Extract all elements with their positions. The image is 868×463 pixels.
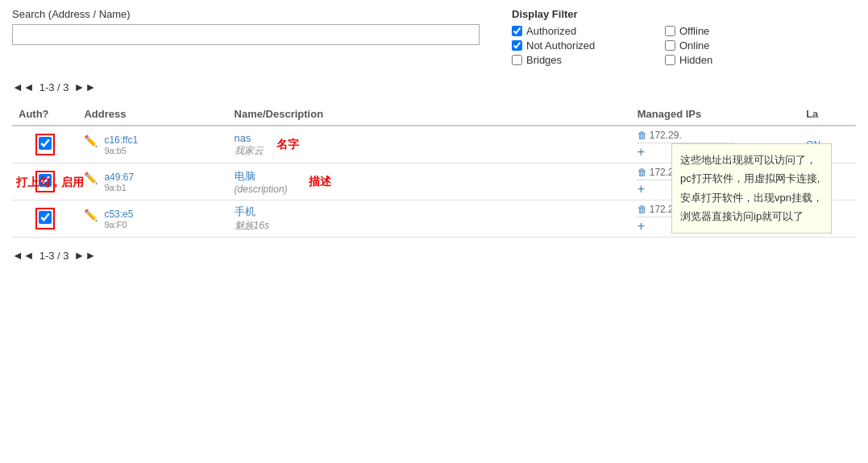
address-top-3: c53:e5: [104, 209, 133, 220]
address-top-1: c16:ffc1: [104, 134, 138, 146]
auth-checkbox-2[interactable]: [39, 174, 52, 187]
address-top-2: a49:67: [104, 172, 134, 183]
last-seen-1: ON: [806, 139, 820, 151]
col-header-auth: Auth?: [12, 103, 77, 126]
table-row: ✏️ c53:e5 9a:F0 手机 魅族16s: [12, 200, 856, 238]
filter-online-label: Online: [679, 39, 710, 52]
pagination-bottom: ◄◄ 1-3 / 3 ►►: [12, 249, 856, 262]
edit-icon-3[interactable]: ✏️: [84, 209, 98, 221]
filter-not-authorized-label: Not Authorized: [526, 39, 595, 52]
filter-bridges[interactable]: Bridges: [512, 54, 649, 66]
filter-offline-checkbox[interactable]: [665, 26, 675, 36]
annotation-desc-label: 描述: [309, 175, 331, 189]
name-desc-3: 魅族16s: [235, 219, 625, 233]
managed-ip-3: 🗑 172.29.: [638, 204, 793, 215]
name-desc-1: 我家云: [235, 144, 264, 158]
trash-icon-1[interactable]: 🗑: [638, 130, 647, 141]
filter-hidden[interactable]: Hidden: [665, 54, 802, 66]
address-bot-2: 9a:b1: [104, 183, 134, 192]
main-table-wrapper: Auth? Address Name/Description Managed I…: [12, 103, 856, 238]
name-main-3: 手机: [235, 205, 625, 219]
prev-first-button-bottom[interactable]: ◄◄: [12, 249, 35, 262]
filter-bridges-label: Bridges: [526, 54, 562, 66]
name-main-1: nas: [235, 132, 264, 144]
filter-authorized-label: Authorized: [526, 25, 576, 37]
col-header-managed-ips: Managed IPs: [631, 103, 799, 126]
filter-offline-label: Offline: [679, 25, 709, 37]
managed-plus-2[interactable]: +: [638, 182, 793, 196]
filter-authorized-checkbox[interactable]: [512, 26, 522, 36]
next-last-button[interactable]: ►►: [74, 81, 97, 93]
edit-icon-1[interactable]: ✏️: [84, 134, 98, 147]
pagination-range-bottom: 1-3 / 3: [39, 250, 69, 262]
annotation-name-label: 名字: [276, 138, 299, 152]
filter-hidden-checkbox[interactable]: [665, 55, 675, 65]
managed-ip-1: 🗑 172.29.: [638, 130, 793, 141]
last-seen-2: ON: [806, 176, 820, 188]
managed-plus-3[interactable]: +: [638, 219, 793, 234]
last-seen-3: 1H: [806, 213, 818, 225]
col-header-last: La: [799, 103, 856, 126]
managed-plus-1[interactable]: +: [638, 145, 793, 159]
filter-hidden-label: Hidden: [679, 54, 712, 66]
table-row: ✏️ a49:67 9a:b1 电脑 (description): [12, 163, 856, 200]
name-main-2: 电脑: [235, 169, 288, 184]
filter-bridges-checkbox[interactable]: [512, 55, 522, 65]
trash-icon-3[interactable]: 🗑: [638, 204, 647, 215]
address-bot-1: 9a:b5: [104, 146, 138, 155]
name-desc-2: (description): [235, 184, 288, 195]
table-row: ✏️ c16:ffc1 9a:b5 nas 我家云: [12, 126, 856, 163]
address-bot-3: 9a:F0: [104, 220, 133, 229]
edit-icon-2[interactable]: ✏️: [84, 172, 98, 184]
search-label: Search (Address / Name): [12, 8, 480, 20]
filter-online-checkbox[interactable]: [665, 40, 675, 51]
search-input[interactable]: [12, 24, 480, 45]
managed-ip-2: 🗑 172.29.: [638, 167, 793, 178]
filter-title: Display Filter: [512, 8, 802, 20]
pagination-range-top: 1-3 / 3: [39, 81, 69, 93]
col-header-name: Name/Description: [228, 103, 631, 126]
filter-not-authorized[interactable]: Not Authorized: [512, 39, 649, 52]
filter-authorized[interactable]: Authorized: [512, 25, 649, 37]
auth-checkbox-1[interactable]: [39, 137, 52, 150]
filter-online[interactable]: Online: [665, 39, 802, 52]
filter-offline[interactable]: Offline: [665, 25, 802, 37]
auth-checkbox-3[interactable]: [39, 211, 52, 224]
prev-first-button[interactable]: ◄◄: [12, 81, 35, 93]
next-last-button-bottom[interactable]: ►►: [74, 249, 97, 262]
filter-not-authorized-checkbox[interactable]: [512, 40, 522, 51]
col-header-address: Address: [77, 103, 227, 126]
pagination-top: ◄◄ 1-3 / 3 ►►: [12, 81, 856, 93]
trash-icon-2[interactable]: 🗑: [638, 167, 647, 178]
